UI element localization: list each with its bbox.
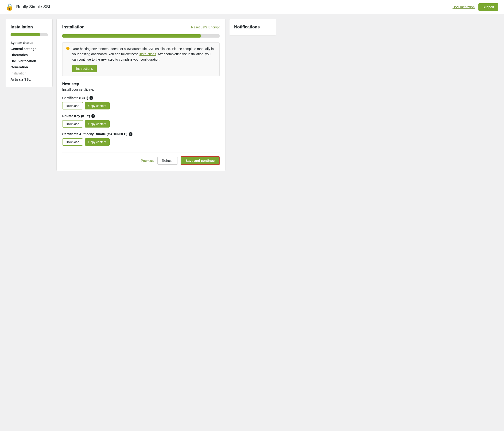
private-key-actions: Download Copy content <box>62 120 220 127</box>
refresh-button[interactable]: Refresh <box>157 157 178 165</box>
cabundle-actions: Download Copy content <box>62 138 220 146</box>
logo-text: Really Simple SSL <box>16 4 51 9</box>
private-key-label: Private Key (KEY) ? <box>62 114 220 118</box>
previous-button[interactable]: Previous <box>140 157 154 164</box>
support-button[interactable]: Support <box>478 3 498 11</box>
save-continue-button[interactable]: Save and continue <box>180 156 220 165</box>
sidebar-nav: System Status General settings Directori… <box>10 41 48 81</box>
private-key-download-button[interactable]: Download <box>62 120 83 127</box>
cabundle-section: Certificate Authority Bundle (CABUNDLE) … <box>62 132 220 146</box>
sidebar-item-generation[interactable]: Generation <box>10 65 48 69</box>
notifications-title: Notifications <box>234 25 271 30</box>
main-progress-bar-container <box>62 34 220 38</box>
certificate-crt-copy-button[interactable]: Copy content <box>85 102 110 109</box>
documentation-link[interactable]: Documentation <box>453 5 475 9</box>
header-right: Documentation Support <box>453 3 498 11</box>
instructions-button[interactable]: Instructions <box>72 65 97 72</box>
sidebar-item-activate-ssl[interactable]: Activate SSL <box>10 78 48 81</box>
private-key-section: Private Key (KEY) ? Download Copy conten… <box>62 114 220 127</box>
center-panel: Installation Reset Let's Encrypt Your ho… <box>56 19 225 171</box>
main-content: Installation System Status General setti… <box>0 14 282 176</box>
sidebar-item-dns-verification[interactable]: DNS Verification <box>10 59 48 63</box>
warning-box: Your hosting environment does not allow … <box>62 42 220 76</box>
sidebar-title: Installation <box>10 25 48 30</box>
next-step-title: Next step <box>62 82 220 86</box>
logo: 🔒 Really Simple SSL <box>6 3 51 11</box>
private-key-copy-button[interactable]: Copy content <box>85 120 110 127</box>
certificate-crt-actions: Download Copy content <box>62 102 220 109</box>
certificate-crt-help-icon[interactable]: ? <box>90 96 93 100</box>
warning-content: Your hosting environment does not allow … <box>72 46 216 72</box>
warning-dot-icon <box>66 47 70 50</box>
sidebar-item-installation[interactable]: Installation <box>10 72 48 75</box>
sidebar-progress-bar-fill <box>10 33 40 36</box>
sidebar-item-system-status[interactable]: System Status <box>10 41 48 45</box>
sidebar: Installation System Status General setti… <box>6 19 53 87</box>
next-step-description: Install your certificate. <box>62 88 220 91</box>
main-progress-bar-fill <box>62 34 201 38</box>
panel-header: Installation Reset Let's Encrypt <box>62 25 220 30</box>
cabundle-copy-button[interactable]: Copy content <box>85 138 110 146</box>
cabundle-label: Certificate Authority Bundle (CABUNDLE) … <box>62 132 220 136</box>
logo-icon: 🔒 <box>6 3 14 11</box>
cabundle-download-button[interactable]: Download <box>62 138 83 146</box>
private-key-help-icon[interactable]: ? <box>91 114 95 118</box>
instructions-link[interactable]: instructions <box>140 52 156 56</box>
certificate-crt-label: Certificate (CRT) ? <box>62 96 220 100</box>
footer-actions: Previous Refresh Save and continue <box>62 152 220 165</box>
sidebar-progress-bar-container <box>10 33 48 36</box>
sidebar-item-directories[interactable]: Directories <box>10 53 48 57</box>
certificate-crt-section: Certificate (CRT) ? Download Copy conten… <box>62 96 220 109</box>
right-panel: Notifications <box>229 19 276 36</box>
panel-title: Installation <box>62 25 85 30</box>
header: 🔒 Really Simple SSL Documentation Suppor… <box>0 0 504 14</box>
certificate-crt-download-button[interactable]: Download <box>62 102 83 109</box>
cabundle-help-icon[interactable]: ? <box>129 132 133 136</box>
reset-lets-encrypt-link[interactable]: Reset Let's Encrypt <box>191 25 220 29</box>
sidebar-item-general-settings[interactable]: General settings <box>10 47 48 51</box>
